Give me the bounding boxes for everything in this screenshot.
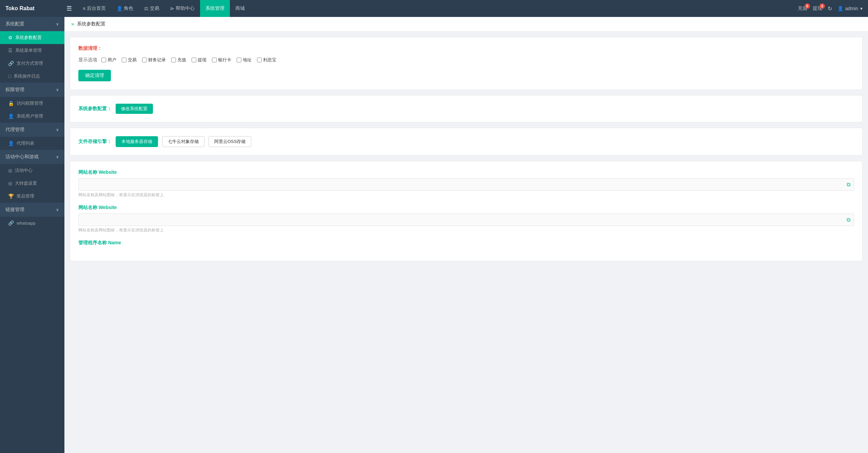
sidebar-item-user-manage[interactable]: 👤 系统用户管理	[0, 110, 64, 123]
sidebar-item-payment-manage[interactable]: 🔗 支付方式管理	[0, 57, 64, 70]
sidebar-group-header-permission[interactable]: 权限管理 ∨	[0, 83, 64, 97]
sidebar-group-activity: 活动中心和游戏 ∨ ◎ 活动中心 ◎ 大转盘设置 🏆 奖品管理	[0, 150, 64, 203]
field-input-wrapper-website-1: ⧉	[78, 178, 854, 191]
hamburger-menu[interactable]: ☰	[66, 5, 72, 12]
storage-qiniu-button[interactable]: 七牛云对象存储	[162, 136, 204, 147]
breadcrumb: » 系统参数配置	[64, 17, 868, 32]
sidebar-group-label-system-config: 系统配置	[5, 21, 24, 27]
trade-icon: ⚖	[144, 6, 149, 11]
user-icon: 👤	[837, 6, 843, 11]
sidebar-item-label: 活动中心	[15, 167, 33, 173]
website-name-input-2[interactable]	[82, 215, 847, 224]
checkbox-finance[interactable]: 财务记录	[142, 57, 166, 63]
sidebar-group-header-activity[interactable]: 活动中心和游戏 ∨	[0, 150, 64, 164]
field-input-wrapper-website-2: ⧉	[78, 213, 854, 226]
field-group-website-2: 网站名称 Website ⧉ 网站名称及网站图标，将显示在浏览器的标签上	[78, 205, 854, 233]
layout: 系统配置 ∨ ⚙ 系统参数配置 ☰ 系统菜单管理 🔗 支付方式管理 □ 系统操作…	[0, 17, 868, 453]
sidebar-group-links: 链接管理 ∨ 🔗 whatsapp	[0, 203, 64, 229]
withdraw-button[interactable]: 0 提现	[813, 5, 822, 12]
nav-role[interactable]: 👤 角色	[111, 0, 139, 17]
checkbox-trade[interactable]: 交易	[122, 57, 137, 63]
brand-title: Toko Rabat	[5, 5, 60, 12]
storage-aliyun-button[interactable]: 阿里云OSS存储	[209, 136, 251, 147]
field-group-website-1: 网站名称 Website ⧉ 网站名称及网站图标，将显示在浏览器的标签上	[78, 169, 854, 198]
storage-local-button[interactable]: 本地服务器存储	[116, 136, 158, 147]
sidebar-item-label: 支付方式管理	[17, 60, 43, 66]
user-icon: 👤	[8, 114, 14, 119]
checkbox-user-input[interactable]	[101, 58, 106, 62]
withdraw-badge: 0	[820, 3, 825, 9]
upload-icon[interactable]: ⧉	[847, 217, 850, 223]
display-row: 显示选项 用户 交易 财务记录 充值	[78, 57, 854, 63]
sidebar-item-prizes[interactable]: 🏆 奖品管理	[0, 190, 64, 203]
sidebar-item-label: 大转盘设置	[15, 180, 37, 186]
checkbox-trade-label: 交易	[128, 57, 137, 63]
nav-home[interactable]: ≡ 后台首页	[77, 0, 111, 17]
sidebar-item-access-manage[interactable]: 🔒 访问权限管理	[0, 97, 64, 110]
checkbox-recharge[interactable]: 充值	[171, 57, 186, 63]
field-group-admin-name: 管理程序名称 Name	[78, 240, 854, 246]
website-name-input-1[interactable]	[82, 180, 847, 189]
nav-system-label: 系统管理	[205, 5, 224, 12]
param-row: 系统参数配置： 修改系统配置	[78, 104, 854, 114]
sidebar-group-header-links[interactable]: 链接管理 ∨	[0, 203, 64, 217]
checkbox-bankcard[interactable]: 银行卡	[212, 57, 231, 63]
sidebar-item-sys-params[interactable]: ⚙ 系统参数配置	[0, 31, 64, 44]
breadcrumb-label: 系统参数配置	[77, 21, 105, 27]
nav-trade[interactable]: ⚖ 交易	[139, 0, 165, 17]
role-icon: 👤	[117, 6, 122, 11]
agent-icon: 👤	[8, 141, 14, 146]
chevron-down-icon: ▾	[860, 6, 863, 11]
sidebar-item-label: 系统参数配置	[15, 35, 42, 41]
whatsapp-icon: 🔗	[8, 220, 14, 226]
sidebar-item-operation-log[interactable]: □ 系统操作日志	[0, 70, 64, 83]
nav-shop[interactable]: 商城	[230, 0, 250, 17]
checkbox-trade-input[interactable]	[122, 58, 126, 62]
sidebar-item-activity-center[interactable]: ◎ 活动中心	[0, 164, 64, 177]
checkbox-withdraw-input[interactable]	[192, 58, 196, 62]
sidebar-item-spinner[interactable]: ◎ 大转盘设置	[0, 177, 64, 190]
checkbox-recharge-input[interactable]	[171, 58, 176, 62]
checkbox-interest[interactable]: 利息宝	[257, 57, 276, 63]
sidebar-item-label: 系统菜单管理	[15, 47, 42, 54]
sidebar-item-agent-list[interactable]: 👤 代理列表	[0, 137, 64, 150]
nav-shop-label: 商城	[235, 5, 245, 12]
nav-help[interactable]: ⊳ 帮助中心	[165, 0, 200, 17]
confirm-clear-button[interactable]: 确定清理	[78, 70, 111, 81]
refresh-button[interactable]: ↻	[828, 5, 832, 12]
modify-sys-config-button[interactable]: 修改系统配置	[116, 104, 153, 114]
gear-icon: ⚙	[8, 35, 13, 40]
checkbox-address-input[interactable]	[237, 58, 241, 62]
file-storage-card: 文件存储引擎： 本地服务器存储 七牛云对象存储 阿里云OSS存储	[70, 128, 863, 156]
log-icon: □	[8, 74, 11, 79]
sidebar-group-header-system-config[interactable]: 系统配置 ∨	[0, 17, 64, 31]
field-hint-website-2: 网站名称及网站图标，将显示在浏览器的标签上	[78, 227, 854, 233]
checkbox-withdraw-label: 提现	[198, 57, 206, 63]
checkbox-user-label: 用户	[107, 57, 116, 63]
upload-icon[interactable]: ⧉	[847, 182, 850, 188]
checkbox-address[interactable]: 地址	[237, 57, 252, 63]
user-info[interactable]: 👤 admin ▾	[837, 6, 863, 11]
spinner-icon: ◎	[8, 181, 12, 186]
chevron-down-icon: ∨	[56, 207, 59, 212]
sidebar-item-whatsapp[interactable]: 🔗 whatsapp	[0, 217, 64, 229]
checkbox-interest-input[interactable]	[257, 58, 262, 62]
nav-role-label: 角色	[124, 5, 133, 12]
nav-home-label: 后台首页	[87, 5, 106, 12]
recharge-button[interactable]: 0 充值	[798, 5, 807, 12]
nav-help-label: 帮助中心	[176, 5, 195, 12]
sidebar-item-label: 奖品管理	[17, 193, 34, 199]
checkbox-finance-input[interactable]	[142, 58, 147, 62]
checkbox-bankcard-input[interactable]	[212, 58, 217, 62]
sidebar-group-label-links: 链接管理	[5, 207, 24, 213]
nav-system[interactable]: 系统管理	[200, 0, 230, 17]
lock-icon: 🔒	[8, 101, 14, 106]
checkbox-withdraw[interactable]: 提现	[192, 57, 206, 63]
sidebar-item-menu-manage[interactable]: ☰ 系统菜单管理	[0, 44, 64, 57]
field-label-website-2: 网站名称 Website	[78, 205, 854, 211]
sidebar-group-header-agent[interactable]: 代理管理 ∨	[0, 123, 64, 137]
checkbox-user[interactable]: 用户	[101, 57, 116, 63]
sidebar-group-label-activity: 活动中心和游戏	[5, 154, 39, 160]
data-clear-title: 数据清理：	[78, 45, 854, 52]
sidebar-item-label: whatsapp	[17, 221, 36, 226]
